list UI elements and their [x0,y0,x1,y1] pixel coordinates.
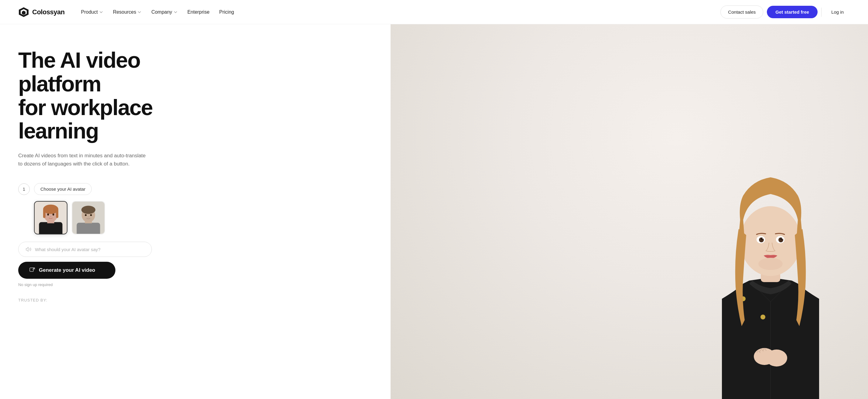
svg-point-17 [82,206,95,214]
hero-section: The AI video platform for workplace lear… [0,24,868,399]
svg-point-18 [85,214,87,216]
svg-point-19 [90,214,92,216]
hero-left: The AI video platform for workplace lear… [0,24,219,321]
step-number: 1 [18,183,30,195]
speaker-icon [25,246,31,252]
trusted-by-label: TRUSTED BY: [18,298,219,302]
svg-point-33 [762,238,764,239]
hero-subtitle: Create AI videos from text in minutes an… [18,152,146,168]
avatar-female-image [35,201,67,235]
svg-point-11 [53,213,54,216]
avatar-selection [34,201,170,235]
get-started-button[interactable]: Get started free [767,6,817,18]
nav-divider [821,8,822,17]
svg-rect-14 [76,223,100,235]
chevron-down-icon [137,10,142,14]
chevron-down-icon [99,10,103,14]
hero-person-figure [682,150,859,399]
step-row: 1 Choose your AI avatar [18,183,170,195]
svg-point-10 [47,213,49,216]
step-label: Choose your AI avatar [34,183,92,195]
navbar: Colossyan Product Resources Company [0,0,868,24]
hero-person-background [391,24,868,399]
nav-pricing[interactable]: Pricing [215,7,239,17]
avatar-male-image [72,201,104,235]
nav-links: Product Resources Company Enterprise [77,7,239,17]
hero-widget: 1 Choose your AI avatar [18,183,170,287]
svg-point-23 [761,315,765,319]
avatar-card-female[interactable] [34,201,67,235]
logo-icon [18,7,29,18]
contact-sales-button[interactable]: Contact sales [720,5,763,19]
nav-resources[interactable]: Resources [109,7,146,17]
svg-point-34 [782,238,783,239]
no-signup-label: No sign up required [18,282,170,287]
avatar-say-input[interactable]: What should your AI avatar say? [18,242,152,257]
svg-rect-9 [56,209,58,218]
svg-point-21 [85,218,93,221]
nav-product[interactable]: Product [77,7,107,17]
hero-title: The AI video platform for workplace lear… [18,49,219,143]
navbar-right: Contact sales Get started free Log in [720,5,850,19]
login-button[interactable]: Log in [825,6,850,18]
svg-point-12 [50,216,51,217]
navbar-left: Colossyan Product Resources Company [18,7,239,18]
nav-company[interactable]: Company [147,7,182,17]
generate-video-button[interactable]: Generate your AI video [18,262,116,279]
svg-point-37 [766,349,787,367]
external-link-icon [29,267,35,273]
svg-rect-4 [39,222,62,235]
logo-link[interactable]: Colossyan [18,7,65,18]
say-placeholder: What should your AI avatar say? [35,247,100,252]
nav-enterprise[interactable]: Enterprise [183,7,214,17]
svg-point-35 [758,258,783,270]
hero-right [391,24,868,399]
chevron-down-icon [174,10,178,14]
brand-name: Colossyan [32,8,65,16]
svg-point-20 [88,216,89,217]
avatar-card-male[interactable] [72,201,105,235]
svg-rect-8 [43,209,45,218]
